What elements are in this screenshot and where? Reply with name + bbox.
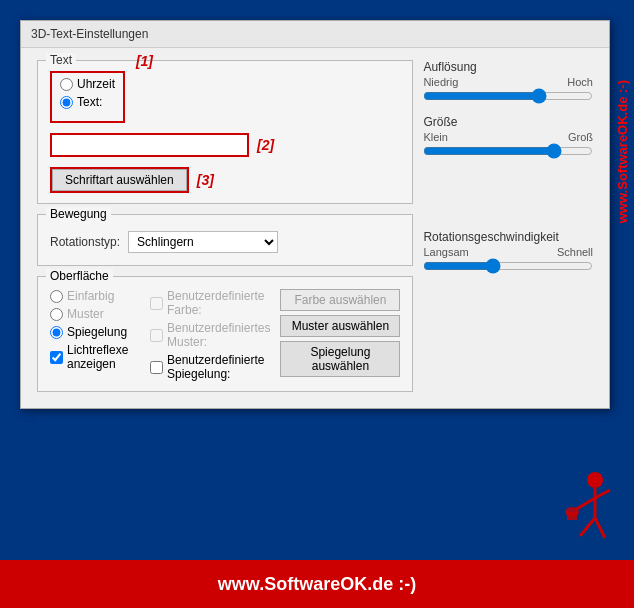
bewegung-section-label: Bewegung xyxy=(46,207,111,221)
radio-text-text: Text: xyxy=(77,95,102,109)
groesse-labels: Klein Groß xyxy=(423,131,593,143)
aufloesung-slider[interactable] xyxy=(423,88,593,104)
aufloesung-low: Niedrig xyxy=(423,76,458,88)
radio-text-label[interactable]: Text: xyxy=(60,95,115,109)
rotation-select[interactable]: Schlingern Drehen Kippen Keine xyxy=(128,231,278,253)
figure-decoration xyxy=(540,468,620,558)
font-button-row: Schriftart auswählen [3] xyxy=(50,167,400,193)
rotation-row: Rotationstyp: Schlingern Drehen Kippen K… xyxy=(50,231,400,253)
groesse-group: Größe Klein Groß xyxy=(423,115,593,162)
radio-spiegelung-text: Spiegelung xyxy=(67,325,127,339)
radio-spiegelung-label[interactable]: Spiegelung xyxy=(50,325,140,339)
check-farbe-label[interactable]: Benutzerdefinierte Farbe: xyxy=(150,289,270,317)
annotation-label-2: [2] xyxy=(257,137,274,153)
radio-uhrzeit[interactable] xyxy=(60,78,73,91)
text-input[interactable]: Das Ist ein Test xyxy=(52,135,247,155)
radio-text[interactable] xyxy=(60,96,73,109)
svg-rect-7 xyxy=(567,512,577,520)
check-spiegelung[interactable] xyxy=(150,361,163,374)
spiegelung-button[interactable]: Spiegelung auswählen xyxy=(280,341,400,377)
annotation-box-3-wrapper: Schriftart auswählen xyxy=(50,167,189,193)
text-section: Text Uhrzeit Text: xyxy=(37,60,413,204)
dialog-body: Text Uhrzeit Text: xyxy=(21,48,609,408)
oberflache-checkboxes: Benutzerdefinierte Farbe: Benutzerdefini… xyxy=(150,289,270,381)
aufloesung-labels: Niedrig Hoch xyxy=(423,76,593,88)
annotation-label-3: [3] xyxy=(197,172,214,188)
rotation-label: Rotationstyp: xyxy=(50,235,120,249)
groesse-high: Groß xyxy=(568,131,593,143)
svg-line-2 xyxy=(575,498,595,510)
watermark-bottom-text: www.SoftwareOK.de :-) xyxy=(218,574,416,595)
oberflache-section-label: Oberfläche xyxy=(46,269,113,283)
oberflache-buttons: Farbe auswählen Muster auswählen Spiegel… xyxy=(280,289,400,381)
groesse-title: Größe xyxy=(423,115,593,129)
radio-einfarbig-label[interactable]: Einfarbig xyxy=(50,289,140,303)
radio-uhrzeit-text: Uhrzeit xyxy=(77,77,115,91)
lichtreflexe-text: Lichtreflexe anzeigen xyxy=(67,343,140,371)
farbe-button[interactable]: Farbe auswählen xyxy=(280,289,400,311)
aufloesung-title: Auflösung xyxy=(423,60,593,74)
aufloesung-high: Hoch xyxy=(567,76,593,88)
main-content: Text Uhrzeit Text: xyxy=(37,60,593,392)
check-spiegelung-text: Benutzerdefinierte Spiegelung: xyxy=(167,353,270,381)
svg-point-0 xyxy=(587,472,603,488)
radio-einfarbig[interactable] xyxy=(50,290,63,303)
right-panel: Auflösung Niedrig Hoch Größe Klein Groß xyxy=(423,60,593,392)
rotation-speed-low: Langsam xyxy=(423,246,468,258)
lichtreflexe-checkbox[interactable] xyxy=(50,351,63,364)
rotation-speed-labels: Langsam Schnell xyxy=(423,246,593,258)
radio-muster-label[interactable]: Muster xyxy=(50,307,140,321)
lichtreflexe-label[interactable]: Lichtreflexe anzeigen xyxy=(50,343,140,371)
annotation-label-1: [1] xyxy=(136,53,153,69)
svg-line-3 xyxy=(595,490,610,498)
aufloesung-group: Auflösung Niedrig Hoch xyxy=(423,60,593,107)
left-panel: Text Uhrzeit Text: xyxy=(37,60,413,392)
text-annotation-wrapper: Uhrzeit Text: [1] xyxy=(50,71,125,131)
rotation-speed-group: Rotationsgeschwindigkeit Langsam Schnell xyxy=(423,230,593,277)
radio-einfarbig-text: Einfarbig xyxy=(67,289,114,303)
check-muster-label[interactable]: Benutzerdefiniertes Muster: xyxy=(150,321,270,349)
check-farbe-text: Benutzerdefinierte Farbe: xyxy=(167,289,270,317)
text-input-row: Das Ist ein Test [2] xyxy=(50,133,400,157)
text-section-label: Text xyxy=(46,53,76,67)
groesse-slider[interactable] xyxy=(423,143,593,159)
svg-line-5 xyxy=(595,518,605,538)
oberflache-section: Oberfläche Einfarbig Muster xyxy=(37,276,413,392)
rotation-speed-high: Schnell xyxy=(557,246,593,258)
oberflache-radios: Einfarbig Muster Spiegelung xyxy=(50,289,140,381)
font-select-button[interactable]: Schriftart auswählen xyxy=(52,169,187,191)
dialog-window: 3D-Text-Einstellungen Text Uhrz xyxy=(20,20,610,409)
annotation-box-1: Uhrzeit Text: xyxy=(50,71,125,123)
annotation-box-2-wrapper: Das Ist ein Test xyxy=(50,133,249,157)
radio-muster-text: Muster xyxy=(67,307,104,321)
rotation-speed-title: Rotationsgeschwindigkeit xyxy=(423,230,593,244)
radio-uhrzeit-label[interactable]: Uhrzeit xyxy=(60,77,115,91)
groesse-low: Klein xyxy=(423,131,447,143)
watermark-side: www.SoftwareOK.de :-) xyxy=(615,80,630,223)
radio-group: Uhrzeit Text: xyxy=(60,77,115,109)
muster-button[interactable]: Muster auswählen xyxy=(280,315,400,337)
radio-spiegelung[interactable] xyxy=(50,326,63,339)
check-muster-text: Benutzerdefiniertes Muster: xyxy=(167,321,270,349)
dialog-title: 3D-Text-Einstellungen xyxy=(31,27,148,41)
dialog-titlebar: 3D-Text-Einstellungen xyxy=(21,21,609,48)
check-farbe[interactable] xyxy=(150,297,163,310)
watermark-bottom: www.SoftwareOK.de :-) xyxy=(0,560,634,608)
check-spiegelung-label[interactable]: Benutzerdefinierte Spiegelung: xyxy=(150,353,270,381)
bewegung-section: Bewegung Rotationstyp: Schlingern Drehen… xyxy=(37,214,413,266)
rotation-speed-slider[interactable] xyxy=(423,258,593,274)
radio-muster[interactable] xyxy=(50,308,63,321)
oberflache-layout: Einfarbig Muster Spiegelung xyxy=(50,289,400,381)
svg-line-4 xyxy=(580,518,595,536)
check-muster[interactable] xyxy=(150,329,163,342)
